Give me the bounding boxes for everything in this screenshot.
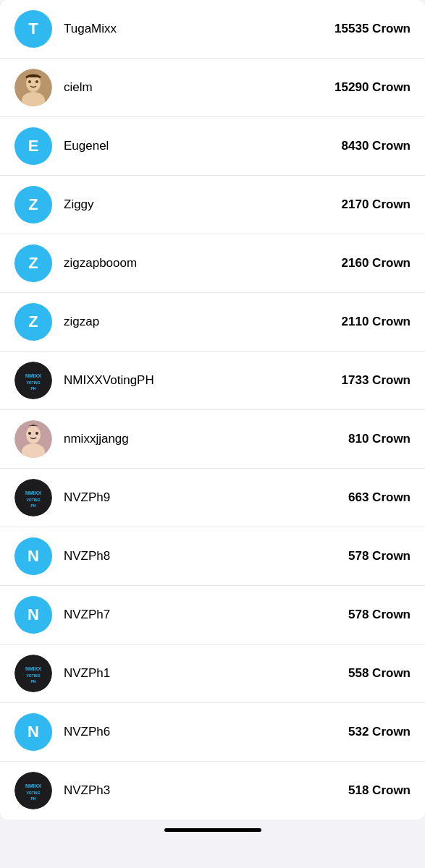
svg-text:NMIXX: NMIXX	[25, 666, 42, 671]
svg-text:PH: PH	[31, 679, 36, 684]
list-item: Z Ziggy 2170 Crown	[0, 176, 425, 234]
username: zigzapbooom	[64, 256, 342, 271]
svg-point-10	[26, 426, 41, 443]
username: NVZPh3	[64, 783, 348, 798]
svg-point-3	[28, 80, 31, 83]
svg-point-13	[35, 432, 38, 435]
avatar: Z	[14, 244, 52, 282]
leaderboard-list: T TugaMixx 15535 Crown cielm 15290 Crown…	[0, 0, 425, 820]
list-item: NMIXX VOTING PH NVZPh9 663 Crown	[0, 469, 425, 527]
list-item: T TugaMixx 15535 Crown	[0, 0, 425, 59]
list-item: Z zigzap 2110 Crown	[0, 293, 425, 352]
list-item: NMIXX VOTING PH NMIXXVotingPH 1733 Crown	[0, 352, 425, 410]
username: cielm	[64, 80, 334, 95]
avatar: N	[14, 713, 52, 751]
crown-score: 2160 Crown	[342, 256, 411, 271]
svg-text:VOTING: VOTING	[26, 791, 40, 795]
avatar: E	[14, 127, 52, 165]
crown-score: 532 Crown	[348, 725, 411, 739]
username: TugaMixx	[64, 22, 334, 36]
avatar: N	[14, 537, 52, 575]
svg-text:PH: PH	[31, 796, 36, 801]
crown-score: 578 Crown	[348, 608, 411, 622]
avatar	[14, 420, 52, 458]
list-item: NMIXX VOTING PH NVZPh1 558 Crown	[0, 644, 425, 703]
crown-score: 518 Crown	[348, 783, 411, 798]
username: NVZPh8	[64, 549, 348, 563]
list-item: N NVZPh8 578 Crown	[0, 527, 425, 586]
crown-score: 1733 Crown	[342, 373, 411, 388]
username: NMIXXVotingPH	[64, 373, 342, 388]
list-item: N NVZPh6 532 Crown	[0, 703, 425, 762]
avatar: N	[14, 596, 52, 634]
crown-score: 15535 Crown	[334, 22, 411, 36]
crown-score: 663 Crown	[348, 490, 411, 505]
username: Ziggy	[64, 197, 342, 212]
avatar: Z	[14, 303, 52, 341]
list-item: N NVZPh7 578 Crown	[0, 586, 425, 644]
svg-text:NMIXX: NMIXX	[25, 490, 42, 495]
avatar: Z	[14, 186, 52, 224]
list-item: nmixxjjangg 810 Crown	[0, 410, 425, 469]
svg-text:VOTING: VOTING	[26, 673, 40, 678]
svg-text:VOTING: VOTING	[26, 498, 40, 502]
bottom-indicator	[164, 828, 261, 832]
avatar	[14, 69, 52, 106]
crown-score: 578 Crown	[348, 549, 411, 563]
crown-score: 2110 Crown	[342, 315, 411, 329]
avatar: NMIXX VOTING PH	[14, 362, 52, 399]
svg-text:PH: PH	[31, 386, 36, 391]
username: Eugenel	[64, 139, 342, 153]
svg-text:VOTING: VOTING	[26, 380, 40, 385]
username: NVZPh7	[64, 608, 348, 622]
username: NVZPh6	[64, 725, 348, 739]
username: zigzap	[64, 315, 342, 329]
svg-point-12	[28, 432, 31, 435]
crown-score: 2170 Crown	[342, 197, 411, 212]
username: NVZPh9	[64, 490, 348, 505]
crown-score: 8430 Crown	[342, 139, 411, 153]
avatar: T	[14, 10, 52, 48]
avatar: NMIXX VOTING PH	[14, 479, 52, 516]
svg-text:NMIXX: NMIXX	[25, 783, 42, 788]
username: nmixxjjangg	[64, 432, 348, 446]
list-item: cielm 15290 Crown	[0, 59, 425, 117]
list-item: Z zigzapbooom 2160 Crown	[0, 234, 425, 293]
list-item: E Eugenel 8430 Crown	[0, 117, 425, 176]
avatar: NMIXX VOTING PH	[14, 655, 52, 692]
crown-score: 558 Crown	[348, 666, 411, 681]
svg-point-4	[35, 80, 38, 83]
crown-score: 810 Crown	[348, 432, 411, 446]
username: NVZPh1	[64, 666, 348, 681]
list-item: NMIXX VOTING PH NVZPh3 518 Crown	[0, 762, 425, 820]
avatar: NMIXX VOTING PH	[14, 772, 52, 809]
svg-text:NMIXX: NMIXX	[25, 373, 42, 378]
crown-score: 15290 Crown	[334, 80, 411, 95]
svg-text:PH: PH	[31, 503, 36, 508]
